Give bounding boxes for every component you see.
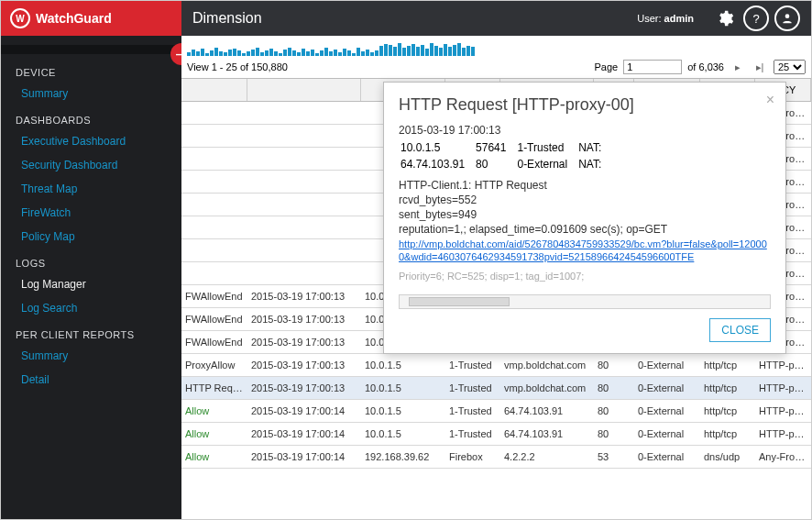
horizontal-scrollbar[interactable]	[399, 294, 771, 309]
sidebar-heading: DEVICE	[1, 58, 181, 82]
sidebar-item-log-manager[interactable]: Log Manager	[1, 272, 181, 296]
activity-sparkline	[181, 39, 811, 56]
sidebar-item-security-dashboard[interactable]: Security Dashboard	[1, 153, 181, 177]
sidebar-item-summary[interactable]: Summary	[1, 82, 181, 105]
table-row[interactable]: HTTP Request2015-03-19 17:00:1310.0.1.51…	[181, 377, 811, 400]
page-of-text: of 6,036	[687, 61, 724, 72]
sidebar-heading: PER CLIENT REPORTS	[1, 320, 181, 344]
table-row[interactable]: Allow2015-03-19 17:00:14192.168.39.62Fir…	[181, 446, 811, 469]
last-page-icon[interactable]: ▸|	[752, 61, 768, 73]
grid-toolbar: View 1 - 25 of 150,880 Page of 6,036 ▸ ▸…	[181, 58, 811, 79]
table-row[interactable]: ProxyAllow2015-03-19 17:00:1310.0.1.51-T…	[181, 354, 811, 377]
sidebar-item-firewatch[interactable]: FireWatch	[1, 201, 181, 225]
watchguard-icon: W	[10, 8, 30, 28]
sidebar-item-policy-map[interactable]: Policy Map	[1, 225, 181, 249]
modal-priority-text: Priority=6; RC=525; disp=1; tag_id=1007;	[399, 271, 771, 282]
modal-title: HTTP Request [HTTP-proxy-00]	[399, 95, 771, 115]
main-content: View 1 - 25 of 150,880 Page of 6,036 ▸ ▸…	[181, 36, 811, 519]
table-row[interactable]: Allow2015-03-19 17:00:1410.0.1.51-Truste…	[181, 400, 811, 423]
header-bar: Dimension User: admin ?	[181, 1, 811, 36]
next-page-icon[interactable]: ▸	[730, 61, 746, 73]
svg-point-0	[785, 14, 790, 18]
modal-connection-table: 10.0.1.5 57641 1-Trusted NAT: 64.74.103.…	[399, 138, 612, 173]
page-size-select[interactable]: 25	[774, 60, 806, 74]
brand-bar: W WatchGuard	[1, 1, 181, 36]
close-button[interactable]: CLOSE	[709, 318, 771, 342]
gear-icon[interactable]	[712, 6, 738, 31]
sidebar-item-threat-map[interactable]: Threat Map	[1, 177, 181, 201]
user-indicator: User: admin	[637, 13, 694, 24]
brand-logo: W WatchGuard	[10, 8, 112, 28]
log-detail-modal: × HTTP Request [HTTP-proxy-00] 2015-03-1…	[383, 82, 786, 354]
sidebar-item-log-search[interactable]: Log Search	[1, 296, 181, 320]
page-label: Page	[595, 61, 619, 72]
sidebar-heading: LOGS	[1, 249, 181, 272]
brand-text: WatchGuard	[36, 11, 112, 26]
sidebar-item-detail[interactable]: Detail	[1, 368, 181, 392]
page-title: Dimension	[192, 10, 262, 27]
sidebar-item-summary[interactable]: Summary	[1, 344, 181, 368]
modal-timestamp: 2015-03-19 17:00:13	[399, 124, 771, 137]
sidebar-item-executive-dashboard[interactable]: Executive Dashboard	[1, 129, 181, 153]
page-input[interactable]	[623, 60, 682, 74]
request-url-link[interactable]: http://vmp.boldchat.com/aid/526780483475…	[399, 238, 767, 262]
sidebar-heading: DASHBOARDS	[1, 105, 181, 129]
table-row[interactable]: Allow2015-03-19 17:00:1410.0.1.51-Truste…	[181, 423, 811, 446]
close-icon[interactable]: ×	[766, 92, 774, 108]
sidebar: — DEVICESummaryDASHBOARDSExecutive Dashb…	[1, 36, 181, 519]
view-range-text: View 1 - 25 of 150,880	[187, 61, 288, 72]
user-icon[interactable]	[774, 6, 800, 31]
help-icon[interactable]: ?	[743, 6, 769, 31]
